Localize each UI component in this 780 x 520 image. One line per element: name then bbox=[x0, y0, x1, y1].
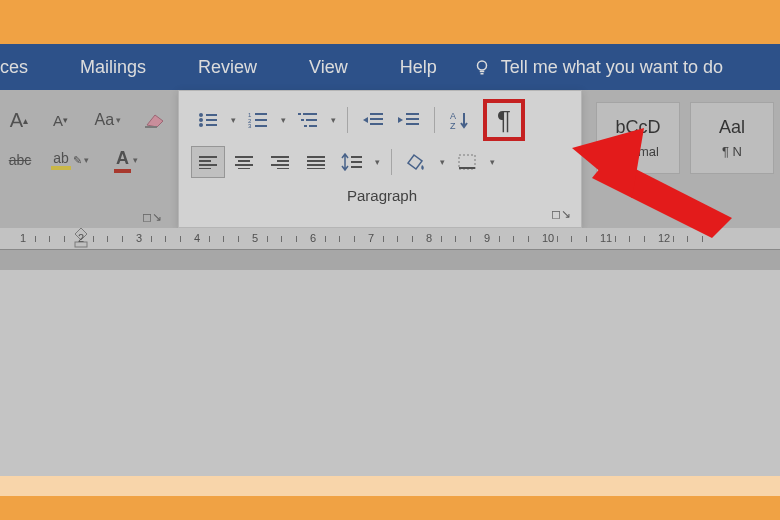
svg-rect-45 bbox=[351, 166, 362, 168]
font-color-button[interactable]: A▾ bbox=[102, 144, 150, 176]
svg-point-3 bbox=[199, 118, 203, 122]
ribbon-tabs-bar: ces Mailings Review View Help Tell me wh… bbox=[0, 44, 780, 90]
multilevel-list-button[interactable] bbox=[291, 104, 325, 136]
separator bbox=[391, 149, 392, 175]
ruler-tick bbox=[470, 236, 471, 242]
align-left-button[interactable] bbox=[191, 146, 225, 178]
paragraph-group: ▾ 123 ▾ ▾ AZ bbox=[178, 90, 582, 228]
bullets-button[interactable] bbox=[191, 104, 225, 136]
svg-rect-4 bbox=[206, 119, 217, 121]
svg-rect-8 bbox=[255, 113, 267, 115]
ruler-tick bbox=[629, 236, 630, 242]
svg-rect-12 bbox=[255, 125, 267, 127]
justify-icon bbox=[307, 155, 325, 169]
tab-view[interactable]: View bbox=[283, 44, 374, 90]
style-normal[interactable]: bCcD Normal bbox=[596, 102, 680, 174]
shading-dropdown[interactable]: ▾ bbox=[436, 157, 448, 167]
ruler-number: 7 bbox=[368, 232, 374, 244]
pilcrow-icon: ¶ bbox=[497, 105, 511, 136]
ruler-number: 3 bbox=[136, 232, 142, 244]
svg-rect-17 bbox=[304, 125, 307, 127]
tab-help[interactable]: Help bbox=[374, 44, 463, 90]
ruler-tick bbox=[586, 236, 587, 242]
strikethrough-button[interactable]: abc bbox=[2, 144, 38, 176]
svg-rect-32 bbox=[238, 160, 250, 162]
svg-rect-42 bbox=[307, 168, 325, 169]
numbering-button[interactable]: 123 bbox=[241, 104, 275, 136]
ruler-tick bbox=[165, 236, 166, 242]
svg-rect-29 bbox=[199, 164, 217, 166]
align-center-button[interactable] bbox=[227, 146, 261, 178]
align-center-icon bbox=[235, 155, 253, 169]
svg-rect-30 bbox=[199, 168, 211, 169]
font-group-launcher[interactable]: ◻↘ bbox=[0, 210, 172, 224]
ruler-tick bbox=[296, 236, 297, 242]
align-right-button[interactable] bbox=[263, 146, 297, 178]
ruler-tick bbox=[107, 236, 108, 242]
svg-rect-13 bbox=[298, 113, 301, 115]
shading-button[interactable] bbox=[400, 146, 434, 178]
ruler-tick bbox=[397, 236, 398, 242]
svg-rect-18 bbox=[309, 125, 317, 127]
bullets-dropdown[interactable]: ▾ bbox=[227, 115, 239, 125]
svg-text:3: 3 bbox=[248, 123, 252, 128]
change-case-button[interactable]: Aa▾ bbox=[85, 104, 130, 136]
svg-rect-44 bbox=[351, 161, 362, 163]
increase-indent-icon bbox=[398, 112, 420, 128]
ruler-tick bbox=[441, 236, 442, 242]
ruler-tick bbox=[325, 236, 326, 242]
ruler-number: 6 bbox=[310, 232, 316, 244]
svg-rect-10 bbox=[255, 119, 267, 121]
highlight-button[interactable]: ab✎▾ bbox=[46, 144, 94, 176]
style-no-spacing[interactable]: Aal ¶ N bbox=[690, 102, 774, 174]
ruler-tick bbox=[49, 236, 50, 242]
svg-rect-46 bbox=[459, 155, 475, 169]
separator bbox=[434, 107, 435, 133]
ruler-tick bbox=[339, 236, 340, 242]
grow-font-button[interactable]: A▴ bbox=[2, 104, 36, 136]
svg-point-1 bbox=[199, 113, 203, 117]
tab-references-partial[interactable]: ces bbox=[0, 44, 54, 90]
svg-rect-39 bbox=[307, 156, 325, 158]
borders-button[interactable] bbox=[450, 146, 484, 178]
sort-button[interactable]: AZ bbox=[443, 104, 477, 136]
shrink-font-button[interactable]: A▾ bbox=[44, 104, 78, 136]
line-spacing-button[interactable] bbox=[335, 146, 369, 178]
ruler-number: 4 bbox=[194, 232, 200, 244]
line-spacing-dropdown[interactable]: ▾ bbox=[371, 157, 383, 167]
tab-review[interactable]: Review bbox=[172, 44, 283, 90]
svg-text:A: A bbox=[450, 111, 456, 121]
styles-group: bCcD Normal Aal ¶ N bbox=[582, 90, 780, 228]
eraser-icon bbox=[143, 111, 167, 129]
word-app-window: ces Mailings Review View Help Tell me wh… bbox=[0, 44, 780, 476]
svg-rect-47 bbox=[459, 167, 475, 169]
svg-rect-19 bbox=[370, 113, 383, 115]
ruler-tick bbox=[238, 236, 239, 242]
ruler-number: 5 bbox=[252, 232, 258, 244]
tell-me-search[interactable]: Tell me what you want to do bbox=[463, 57, 723, 78]
borders-dropdown[interactable]: ▾ bbox=[486, 157, 498, 167]
document-area[interactable] bbox=[0, 270, 780, 496]
justify-button[interactable] bbox=[299, 146, 333, 178]
svg-rect-16 bbox=[306, 119, 317, 121]
decrease-indent-button[interactable] bbox=[356, 104, 390, 136]
multilevel-dropdown[interactable]: ▾ bbox=[327, 115, 339, 125]
tab-mailings[interactable]: Mailings bbox=[54, 44, 172, 90]
increase-indent-button[interactable] bbox=[392, 104, 426, 136]
svg-rect-6 bbox=[206, 124, 217, 126]
ruler-number: 10 bbox=[542, 232, 554, 244]
lightbulb-icon bbox=[473, 58, 491, 76]
ruler-tick bbox=[383, 236, 384, 242]
ruler-tick bbox=[702, 236, 703, 242]
show-hide-paragraph-marks-button[interactable]: ¶ bbox=[483, 99, 525, 141]
ruler-tick bbox=[687, 236, 688, 242]
horizontal-ruler[interactable]: 123456789101112 bbox=[0, 228, 780, 250]
clear-formatting-button[interactable] bbox=[138, 104, 172, 136]
paragraph-group-launcher[interactable]: ◻↘ bbox=[551, 207, 571, 221]
ruler-tick bbox=[281, 236, 282, 242]
numbering-dropdown[interactable]: ▾ bbox=[277, 115, 289, 125]
ruler-tick bbox=[180, 236, 181, 242]
shading-icon bbox=[406, 153, 428, 171]
ruler-tick bbox=[354, 236, 355, 242]
ruler-tick bbox=[223, 236, 224, 242]
